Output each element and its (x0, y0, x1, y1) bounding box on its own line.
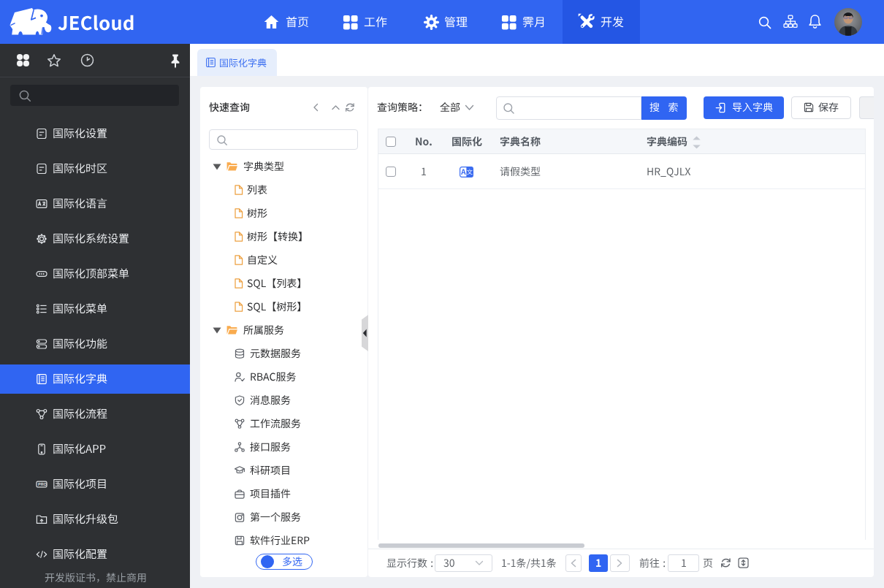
svg-text:PRO: PRO (38, 482, 47, 486)
